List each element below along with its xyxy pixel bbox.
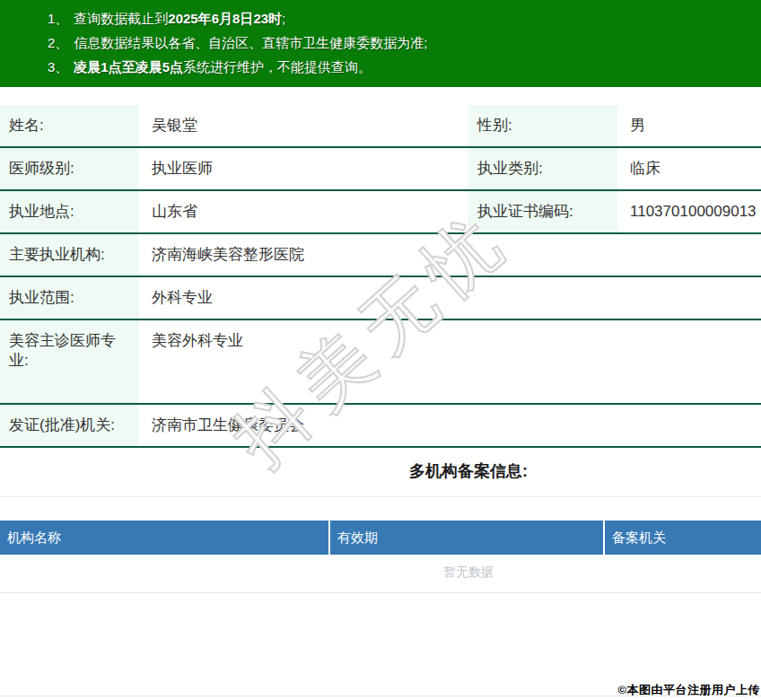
scope-value: 外科专业: [139, 276, 761, 319]
records-empty-row: 暂无数据: [0, 555, 761, 593]
main-org-value: 济南海峡美容整形医院: [139, 233, 761, 276]
notice-text: 查询数据截止到2025年6月8日23时;: [74, 6, 285, 31]
table-row: 美容主诊医师专业: 美容外科专业: [0, 319, 761, 404]
main-org-label: 主要执业机构:: [0, 233, 139, 276]
name-value: 吴银堂: [139, 105, 468, 147]
notice-number: 3、: [48, 55, 68, 79]
level-value: 执业医师: [139, 147, 468, 190]
table-row: 姓名: 吴银堂 性别: 男: [0, 105, 761, 147]
records-section-title: 多机构备案信息:: [0, 448, 761, 497]
records-table: 机构名称 有效期 备案机关 暂无数据: [0, 521, 761, 593]
notice-banner: 1、 查询数据截止到2025年6月8日23时; 2、 信息数据结果以各省、自治区…: [0, 0, 761, 87]
notice-number: 1、: [48, 6, 68, 31]
cosmetic-specialty-value: 美容外科专业: [139, 319, 761, 404]
scope-label: 执业范围:: [0, 276, 139, 319]
notice-text: 信息数据结果以各省、自治区、直辖市卫生健康委数据为准;: [74, 31, 427, 55]
location-label: 执业地点:: [0, 190, 139, 233]
doctor-info-table: 姓名: 吴银堂 性别: 男 医师级别: 执业医师 执业类别: 临床 执业地点: …: [0, 105, 761, 448]
category-label: 执业类别:: [468, 147, 617, 190]
table-row: 发证(批准)机关: 济南市卫生健康委员会: [0, 404, 761, 447]
issuer-value: 济南市卫生健康委员会: [139, 404, 761, 447]
column-header-org-name: 机构名称: [0, 521, 329, 555]
cosmetic-specialty-label: 美容主诊医师专业:: [0, 319, 139, 404]
table-row: 医师级别: 执业医师 执业类别: 临床: [0, 147, 761, 190]
cert-number-value: 110370100009013: [617, 190, 761, 233]
name-label: 姓名:: [0, 105, 139, 147]
empty-data-text: 暂无数据: [0, 555, 761, 593]
category-value: 临床: [617, 147, 761, 190]
table-row: 执业范围: 外科专业: [0, 276, 761, 319]
column-header-validity: 有效期: [329, 521, 604, 555]
records-header-row: 机构名称 有效期 备案机关: [0, 521, 761, 555]
location-value: 山东省: [139, 190, 468, 233]
page-container: 1、 查询数据截止到2025年6月8日23时; 2、 信息数据结果以各省、自治区…: [0, 0, 761, 700]
table-row: 执业地点: 山东省 执业证书编码: 110370100009013: [0, 190, 761, 233]
gender-value: 男: [617, 105, 761, 147]
column-header-authority: 备案机关: [604, 521, 761, 555]
table-row: 主要执业机构: 济南海峡美容整形医院: [0, 233, 761, 276]
issuer-label: 发证(批准)机关:: [0, 404, 139, 447]
notice-text: 凌晨1点至凌晨5点系统进行维护，不能提供查询。: [74, 55, 372, 79]
gender-label: 性别:: [468, 105, 617, 147]
level-label: 医师级别:: [0, 147, 139, 190]
credit-watermark: ©本图由平台注册用户上传: [617, 682, 760, 698]
notice-line-3: 3、 凌晨1点至凌晨5点系统进行维护，不能提供查询。: [48, 55, 761, 79]
notice-number: 2、: [48, 31, 68, 55]
cert-number-label: 执业证书编码:: [468, 190, 617, 233]
notice-line-1: 1、 查询数据截止到2025年6月8日23时;: [48, 6, 761, 31]
notice-line-2: 2、 信息数据结果以各省、自治区、直辖市卫生健康委数据为准;: [48, 31, 761, 55]
